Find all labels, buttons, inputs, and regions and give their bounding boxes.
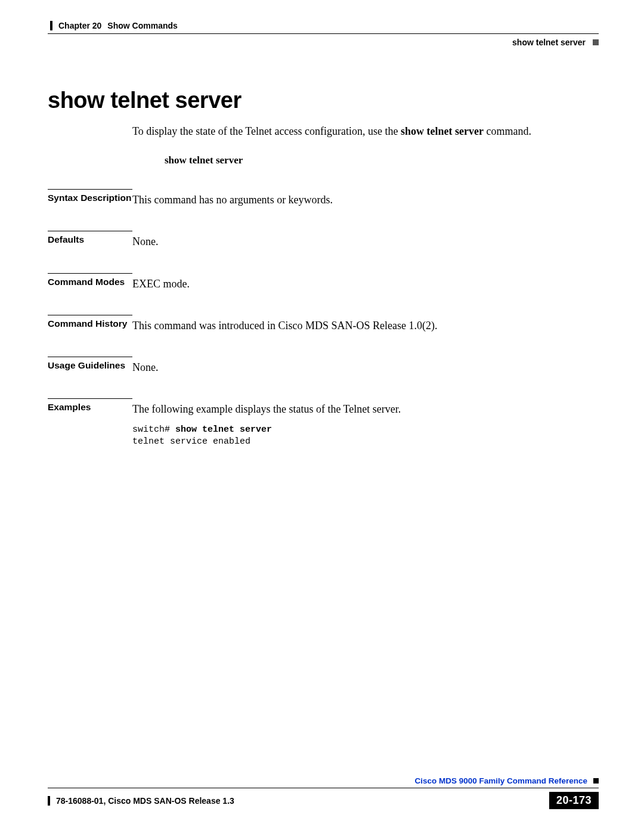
square-bullet-icon <box>593 39 599 45</box>
footer-doc-id: 78-16088-01, Cisco MDS SAN-OS Release 1.… <box>56 796 234 806</box>
section-body: None. <box>132 360 599 374</box>
page-footer: Cisco MDS 9000 Family Command Reference … <box>48 776 599 809</box>
section-body: This command has no arguments or keyword… <box>132 193 599 207</box>
section-command-modes: Command Modes EXEC mode. <box>48 277 599 291</box>
section-syntax-description: Syntax Description This command has no a… <box>48 193 599 207</box>
lead-bold: show telnet server <box>401 125 484 137</box>
code-command: show telnet server <box>175 425 272 435</box>
section-label: Usage Guidelines <box>48 357 132 371</box>
footer-doc-title: Cisco MDS 9000 Family Command Reference <box>414 776 587 785</box>
chapter-title: Show Commands <box>107 21 177 30</box>
header-bar-icon <box>50 21 52 30</box>
examples-code-block: switch# show telnet server telnet servic… <box>132 424 599 448</box>
section-label: Command Modes <box>48 273 132 287</box>
section-defaults: Defaults None. <box>48 234 599 249</box>
section-breadcrumb: show telnet server <box>512 38 586 47</box>
section-label: Defaults <box>48 231 132 245</box>
page-title: show telnet server <box>48 88 599 113</box>
section-body: The following example displays the statu… <box>132 402 599 448</box>
code-prompt: switch# <box>132 425 175 435</box>
lead-paragraph: To display the state of the Telnet acces… <box>132 125 599 138</box>
command-syntax: show telnet server <box>165 154 599 166</box>
examples-intro: The following example displays the statu… <box>132 402 599 416</box>
footer-bar-icon <box>48 796 50 806</box>
section-usage-guidelines: Usage Guidelines None. <box>48 360 599 374</box>
section-body: None. <box>132 234 599 249</box>
footer-doc-id-wrap: 78-16088-01, Cisco MDS SAN-OS Release 1.… <box>48 796 234 806</box>
code-output: telnet service enabled <box>132 436 250 447</box>
page-header-top: Chapter 20 Show Commands <box>48 20 599 31</box>
section-label: Examples <box>48 398 132 413</box>
footer-top: Cisco MDS 9000 Family Command Reference <box>48 776 599 788</box>
lead-prefix: To display the state of the Telnet acces… <box>132 125 401 137</box>
chapter-number: Chapter 20 <box>58 21 101 30</box>
page-number-badge: 20-173 <box>549 792 599 809</box>
section-command-history: Command History This command was introdu… <box>48 318 599 333</box>
section-body: This command was introduced in Cisco MDS… <box>132 318 599 333</box>
footer-bottom: 78-16088-01, Cisco MDS SAN-OS Release 1.… <box>48 788 599 809</box>
square-bullet-icon <box>593 778 599 784</box>
section-examples: Examples The following example displays … <box>48 402 599 448</box>
section-label: Command History <box>48 315 132 329</box>
section-label: Syntax Description <box>48 189 132 203</box>
page-header-sub: show telnet server <box>48 34 599 47</box>
section-body: EXEC mode. <box>132 277 599 291</box>
lead-suffix: command. <box>484 125 531 137</box>
